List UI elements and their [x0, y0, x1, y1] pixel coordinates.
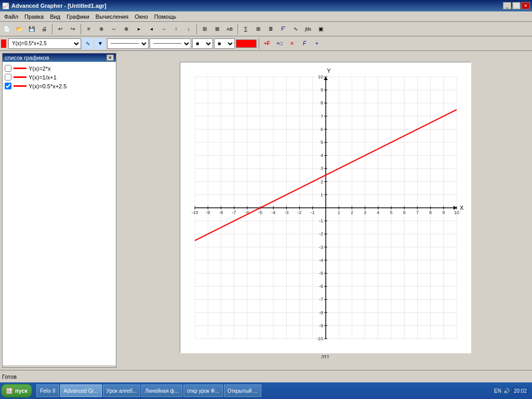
- tb-btn-9[interactable]: →: [158, 23, 169, 35]
- plus-btn[interactable]: +: [311, 38, 323, 49]
- marker2-select[interactable]: ■: [214, 38, 235, 49]
- line-style2-select[interactable]: ────────: [150, 38, 191, 49]
- app-icon: 📈: [2, 3, 9, 9]
- plot-canvas: [180, 62, 471, 353]
- menu-view[interactable]: Вид: [47, 11, 63, 21]
- add-func-btn[interactable]: +F: [261, 38, 273, 49]
- tb-btn-grid[interactable]: ⊞: [252, 23, 264, 35]
- start-button[interactable]: 🪟 пуск: [1, 384, 32, 397]
- tb-btn-10[interactable]: ↑: [170, 23, 182, 35]
- graph-label-2: Y(x)=1/x+1: [29, 74, 57, 81]
- line-preview: [1, 39, 6, 48]
- delete-func-btn[interactable]: ✕: [286, 38, 298, 49]
- start-label: пуск: [15, 388, 28, 394]
- sep3: [196, 24, 197, 34]
- menu-window[interactable]: Окно: [131, 11, 151, 21]
- app-title: Advanced Grapher - [Untitled1.agr]: [11, 3, 107, 9]
- graph-item-1[interactable]: Y(x)=2*x: [5, 64, 114, 73]
- save-button[interactable]: 💾: [26, 23, 37, 35]
- down-btn[interactable]: ▼: [95, 38, 106, 49]
- redo-button[interactable]: ↪: [67, 23, 78, 35]
- tb-btn-ab[interactable]: AB: [224, 23, 235, 35]
- taskbar-label-5: Открытый ...: [228, 388, 258, 394]
- graph-checkbox-3[interactable]: [5, 83, 11, 89]
- edit-func-btn[interactable]: +□: [274, 38, 285, 49]
- toolbar-2: Y(x)=0.5*x+2.5 ∿ ▼ ──────── ──────── ■ ■…: [0, 36, 532, 51]
- color-picker[interactable]: [236, 39, 257, 48]
- start-icon: 🪟: [6, 388, 13, 394]
- tb-btn-fx[interactable]: F': [277, 23, 289, 35]
- menu-file[interactable]: Файл: [1, 11, 21, 21]
- open-button[interactable]: 📂: [14, 23, 25, 35]
- graph-checkbox-1[interactable]: [5, 65, 11, 72]
- close-button[interactable]: ✕: [522, 2, 530, 9]
- print-button[interactable]: 🖨: [38, 23, 50, 35]
- minimize-button[interactable]: _: [503, 2, 511, 9]
- tb-btn-table[interactable]: ≣: [265, 23, 276, 35]
- graph-item-3[interactable]: Y(x)=0.5*x+2.5: [5, 82, 114, 90]
- taskbar-label-3: Линейная ф...: [145, 388, 179, 394]
- tb-btn-12[interactable]: ⊞: [199, 23, 210, 35]
- restore-button[interactable]: ⬜: [512, 2, 521, 9]
- tb-btn-wave[interactable]: ∿: [290, 23, 301, 35]
- status-bar: Готов: [0, 370, 532, 382]
- menu-graphs[interactable]: Графики: [63, 11, 92, 21]
- menu-edit[interactable]: Правка: [21, 11, 47, 21]
- tb-btn-extra[interactable]: ▣: [315, 23, 326, 35]
- marker-select[interactable]: ■: [192, 38, 213, 49]
- undo-button[interactable]: ↩: [55, 23, 66, 35]
- title-bar: 📈 Advanced Grapher - [Untitled1.agr] _ ⬜…: [0, 0, 532, 11]
- plot-area[interactable]: [180, 62, 471, 353]
- panel-close-button[interactable]: ✕: [107, 55, 114, 61]
- tb-btn-5[interactable]: ↔: [108, 23, 119, 35]
- taskbar-item-0[interactable]: Felix II: [36, 384, 59, 397]
- sep2: [81, 24, 81, 34]
- taskbar-icons: 🔊: [503, 388, 510, 394]
- tb-btn-3[interactable]: ≡: [83, 23, 95, 35]
- taskbar-item-4[interactable]: откр урок Ф...: [183, 384, 223, 397]
- sep4: [237, 24, 238, 34]
- graph-label-1: Y(x)=2*x: [29, 65, 51, 72]
- tb-btn-4[interactable]: ⊕: [96, 23, 107, 35]
- status-text: Готов: [2, 374, 530, 380]
- taskbar-label-2: Урок алгеб...: [107, 388, 137, 394]
- graph-line-2: [14, 76, 26, 78]
- tb-btn-calc[interactable]: ∑: [240, 23, 251, 35]
- graph-label-3: Y(x)=0.5*x+2.5: [29, 83, 66, 89]
- tb-btn-int[interactable]: ∫dx: [302, 23, 314, 35]
- tb-btn-13[interactable]: ⊠: [211, 23, 223, 35]
- menu-help[interactable]: Помощь: [151, 11, 180, 21]
- taskbar-item-5[interactable]: Открытый ...: [224, 384, 261, 397]
- taskbar: 🪟 пуск Felix II Advanced Gr... Урок алге…: [0, 382, 532, 399]
- panel-title: список графиков ✕: [3, 54, 116, 62]
- menu-bar: Файл Правка Вид Графики Вычисления Окно …: [0, 11, 532, 22]
- taskbar-item-2[interactable]: Урок алгеб...: [103, 384, 141, 397]
- graph-item-2[interactable]: Y(x)=1/x+1: [5, 73, 114, 82]
- taskbar-item-1[interactable]: Advanced Gr...: [60, 384, 102, 397]
- wave-btn[interactable]: ∿: [82, 38, 94, 49]
- tb-btn-7[interactable]: ▸: [133, 23, 144, 35]
- taskbar-label-1: Advanced Gr...: [64, 388, 98, 394]
- tb-btn-6[interactable]: ⊕: [121, 23, 132, 35]
- taskbar-label-4: откр урок Ф...: [187, 388, 219, 394]
- menu-calc[interactable]: Вычисления: [92, 11, 131, 21]
- taskbar-item-3[interactable]: Линейная ф...: [141, 384, 182, 397]
- panel-title-label: список графиков: [5, 55, 49, 61]
- formula-caption: лтт: [322, 354, 329, 360]
- sep5: [259, 38, 259, 49]
- panel-content: Y(x)=2*x Y(x)=1/x+1 Y(x)=0.5*x+2.5: [3, 62, 116, 365]
- formula-select[interactable]: Y(x)=0.5*x+2.5: [8, 38, 81, 49]
- toolbar-1: 📄 📂 💾 🖨 ↩ ↪ ≡ ⊕ ↔ ⊕ ▸ ◂ → ↑ ↓ ⊞ ⊠ AB ∑ ⊞…: [0, 22, 532, 36]
- plot-container: лтт: [118, 51, 532, 370]
- line-style-select[interactable]: ────────: [107, 38, 149, 49]
- graphs-panel: список графиков ✕ Y(x)=2*x Y(x)=1/x+1 Y(…: [2, 53, 116, 368]
- clock: 20:02: [512, 387, 529, 395]
- main-area: список графиков ✕ Y(x)=2*x Y(x)=1/x+1 Y(…: [0, 51, 532, 370]
- func-btn[interactable]: F: [299, 38, 310, 49]
- sep1: [52, 24, 52, 34]
- graph-checkbox-2[interactable]: [5, 74, 11, 81]
- graph-line-3: [14, 85, 26, 87]
- new-button[interactable]: 📄: [1, 23, 12, 35]
- tb-btn-11[interactable]: ↓: [183, 23, 194, 35]
- tb-btn-8[interactable]: ◂: [145, 23, 157, 35]
